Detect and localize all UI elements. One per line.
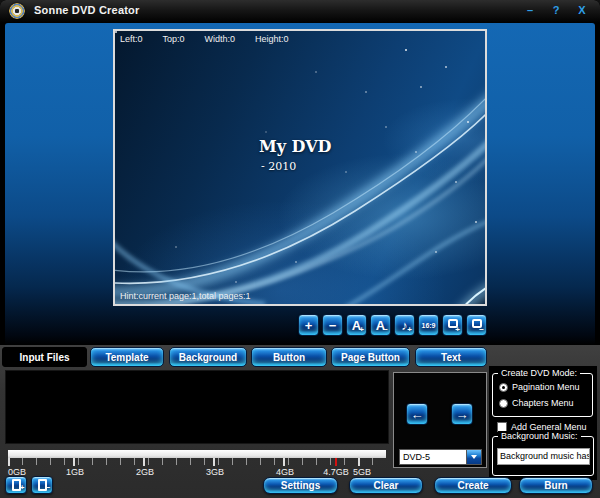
arrow-left-icon: ← <box>411 407 424 422</box>
titlebar: Sonne DVD Creator – ? X <box>0 0 600 23</box>
capacity-label: 5GB <box>353 467 371 477</box>
radio-icon <box>499 399 508 408</box>
capacity-bar <box>8 450 386 458</box>
capacity-label: 2GB <box>136 467 154 477</box>
input-file-list[interactable] <box>5 370 389 444</box>
arrow-right-icon: → <box>456 407 469 422</box>
chevron-down-icon <box>471 455 477 459</box>
selection-width: Width:0 <box>205 34 236 44</box>
background-music-input[interactable]: Background music has nx <box>497 448 590 465</box>
edit-toolbar: + − A+ A− ♪+ 16:9 + − <box>298 314 487 336</box>
dvd-capacity-marker <box>335 458 337 466</box>
options-panel: Create DVD Mode: Pagination Menu Chapter… <box>489 366 597 480</box>
close-button[interactable]: X <box>572 2 592 18</box>
tab-button[interactable]: Button <box>251 347 327 367</box>
remove-file-icon: − <box>38 479 47 491</box>
wave-artwork <box>115 31 487 306</box>
add-file-icon: + <box>12 479 21 491</box>
tab-page-button[interactable]: Page Button <box>331 347 410 367</box>
app-title: Sonne DVD Creator <box>34 4 139 16</box>
tab-template[interactable]: Template <box>90 347 164 367</box>
capacity-ruler: 0GB 1GB 2GB 3GB 4GB 4.7GB 5GB <box>5 446 390 478</box>
create-button[interactable]: Create <box>434 477 512 494</box>
disc-format-dropdown[interactable]: DVD-5 <box>399 449 482 465</box>
page-hint: Hint:current page:1,total pages:1 <box>120 291 251 301</box>
font-increase-button[interactable]: A+ <box>346 314 367 336</box>
add-object-button[interactable]: + <box>298 314 319 336</box>
dvd-menu-title[interactable]: My DVD <box>259 137 331 156</box>
zoom-out-button[interactable]: − <box>466 314 487 336</box>
previous-page-button[interactable]: ← <box>406 403 428 425</box>
radio-pagination-menu[interactable]: Pagination Menu <box>499 382 580 392</box>
selection-top: Top:0 <box>163 34 185 44</box>
font-decrease-button[interactable]: A− <box>370 314 391 336</box>
dvd-mode-group-label: Create DVD Mode: <box>498 368 580 378</box>
radio-chapters-menu[interactable]: Chapters Menu <box>499 398 574 408</box>
dropdown-button[interactable] <box>466 450 481 464</box>
dvd-disc-icon <box>9 3 25 19</box>
aspect-ratio-button[interactable]: 16:9 <box>418 314 439 336</box>
capacity-label: 1GB <box>66 467 84 477</box>
help-button[interactable]: ? <box>546 2 566 18</box>
dvd-menu-subtitle[interactable]: - 2010 <box>261 160 296 173</box>
disc-format-value: DVD-5 <box>400 452 466 462</box>
stars-decoration <box>115 31 117 33</box>
remove-object-button[interactable]: − <box>322 314 343 336</box>
capacity-label: 4GB <box>276 467 294 477</box>
clear-button[interactable]: Clear <box>349 477 423 494</box>
tab-background[interactable]: Background <box>169 347 247 367</box>
menu-preview-canvas[interactable]: Left:0 Top:0 Width:0 Height:0 My DVD - 2… <box>113 29 487 306</box>
selection-height: Height:0 <box>255 34 289 44</box>
disc-selector-panel: ← → DVD-5 <box>393 372 487 468</box>
zoom-in-button[interactable]: + <box>442 314 463 336</box>
tab-text[interactable]: Text <box>415 347 487 367</box>
background-music-group: Background Music: Background music has n… <box>492 436 594 476</box>
dvd-mode-group: Create DVD Mode: Pagination Menu Chapter… <box>492 373 593 417</box>
add-file-button[interactable]: + <box>5 476 27 494</box>
add-music-button[interactable]: ♪+ <box>394 314 415 336</box>
background-music-group-label: Background Music: <box>498 431 581 441</box>
app-window: Sonne DVD Creator – ? X Left:0 Top:0 <box>0 0 600 498</box>
capacity-minor-ticks <box>8 458 386 465</box>
selection-info: Left:0 Top:0 Width:0 Height:0 <box>120 34 289 44</box>
selection-left: Left:0 <box>120 34 143 44</box>
capacity-label-dvd: 4.7GB <box>323 467 349 477</box>
minimize-button[interactable]: – <box>520 2 540 18</box>
remove-file-button[interactable]: − <box>31 476 53 494</box>
burn-button[interactable]: Burn <box>519 477 593 494</box>
radio-selected-icon <box>499 383 508 392</box>
capacity-label: 3GB <box>206 467 224 477</box>
tab-input-files[interactable]: Input Files <box>2 347 87 367</box>
settings-button[interactable]: Settings <box>263 477 338 494</box>
next-page-button[interactable]: → <box>451 403 473 425</box>
